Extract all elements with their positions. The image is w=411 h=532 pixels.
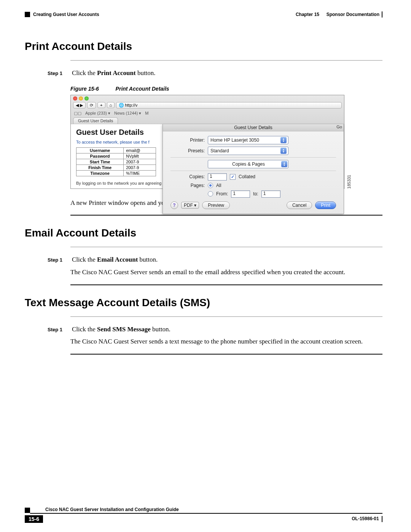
step-row: Step 1 Click the Email Account button. [48,255,382,265]
pages-from-label: From: [216,191,228,197]
pdf-menu-button[interactable]: PDF ▾ [181,202,199,209]
divider [70,354,382,355]
chevron-updown-icon: ▲▼ [280,148,287,154]
divider [70,284,382,285]
nav-reload-icon[interactable]: ⟳ [87,102,96,109]
guest-details-table: Usernameemail@ PasswordNVpMt Start Time2… [76,147,156,176]
nav-add-icon[interactable]: + [97,102,105,108]
step-label: Step 1 [48,256,70,264]
browser-tab[interactable]: Guest User Details [73,117,118,124]
from-input[interactable]: 1 [231,190,250,198]
pages-label: Pages: [170,183,205,188]
page-number: 15-6 [25,515,43,523]
bookmark-apple[interactable]: Apple (233) ▾ [85,111,110,116]
section-heading-sms: Text Message Account Details (SMS) [25,297,382,309]
step-follow-text: The Cisco NAC Guest Server sends an emai… [70,268,382,277]
step-row: Step 1 Click the Send SMS Message button… [48,324,382,334]
presets-select[interactable]: Standard ▲▼ [208,147,288,155]
section-heading-email: Email Account Details [25,227,382,239]
guide-title: Cisco NAC Guest Server Installation and … [30,507,382,514]
collated-label: Collated [239,174,255,179]
table-row: Timezone%TIME [76,170,156,176]
to-label: to: [253,191,258,197]
window-close-icon[interactable] [73,96,77,101]
step-follow-text: The Cisco NAC Guest Server sends a text … [70,337,382,346]
table-row: Start Time2007-9 [76,159,156,165]
bookmark-more[interactable]: M [145,111,148,115]
step-row: Step 1 Click the Print Account button. [48,68,382,78]
chevron-updown-icon: ▲▼ [280,137,287,143]
divider [70,247,382,247]
pages-from-radio[interactable] [208,191,213,197]
collated-checkbox[interactable]: ✓ [230,174,236,180]
window-minimize-icon[interactable] [79,96,83,101]
presets-label: Presets: [170,148,205,153]
browser-window: ◀ ▶ ⟳ + ⌂ 🌐 http://v ▢▢ Apple (233) ▾ Ne… [70,95,344,189]
step-label: Step 1 [48,70,70,77]
pages-all-label: All [216,183,221,188]
window-zoom-icon[interactable] [84,96,89,101]
cancel-button[interactable]: Cancel [287,201,312,209]
bookmark-icon[interactable]: ▢▢ [74,111,81,116]
divider [70,215,382,216]
breadcrumb: Creating Guest User Accounts [33,12,99,17]
divider [70,60,382,61]
go-label: Go [336,125,342,129]
step-label: Step 1 [48,326,70,334]
header-divider-icon [382,11,382,18]
bookmark-news[interactable]: News (1244) ▾ [114,111,141,116]
divider [70,316,382,317]
print-dialog-title: Guest User Details Go [163,124,344,131]
doc-number: OL-15986-01 [352,516,379,521]
printer-label: Printer: [170,137,205,143]
footer-marker-icon [25,508,30,513]
print-dialog: Guest User Details Go Printer: Home HP L… [162,124,344,214]
footer-divider-icon [382,516,382,522]
pages-all-radio[interactable] [208,183,213,188]
preview-button[interactable]: Preview [202,201,230,209]
to-input[interactable]: 1 [261,190,280,198]
page-footer: Cisco NAC Guest Server Installation and … [25,507,382,523]
url-field[interactable]: 🌐 http://v [116,102,342,109]
help-icon[interactable]: ? [170,201,178,209]
section-heading-print: Print Account Details [25,40,382,53]
chevron-updown-icon: ▲▼ [281,161,287,167]
figure-caption: Figure 15-6 Print Account Details [70,86,382,92]
table-row: PasswordNVpMt [76,153,156,159]
print-button[interactable]: Print [315,201,336,209]
chapter-title: Sponsor Documentation [327,12,379,17]
page-header: Creating Guest User Accounts Chapter 15 … [25,11,382,18]
copies-input[interactable]: 1 [208,173,227,181]
section-select[interactable]: Copies & Pages ▲▼ [208,160,288,168]
copies-label: Copies: [170,174,205,179]
printer-select[interactable]: Home HP Laserjet 3050 ▲▼ [208,136,288,144]
figure-id: 185331 [347,175,351,189]
nav-home-icon[interactable]: ⌂ [107,102,115,108]
header-marker-icon [25,12,30,17]
table-row: Usernameemail@ [76,147,156,153]
chapter-number: Chapter 15 [296,12,319,17]
figure-screenshot: 185331 ◀ ▶ ⟳ + ⌂ 🌐 http://v ▢▢ Apple (2 [70,95,344,189]
table-row: Finish Time2007-9 [76,165,156,170]
nav-back-forward[interactable]: ◀ ▶ [73,102,86,109]
